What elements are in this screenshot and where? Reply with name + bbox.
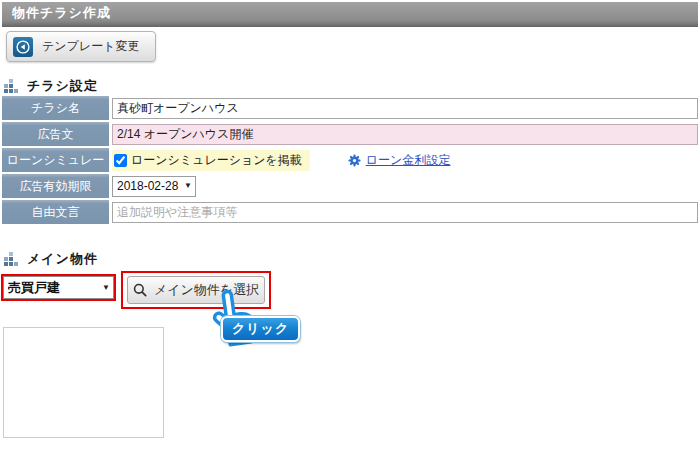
flyer-name-input[interactable] xyxy=(112,98,698,119)
table-row-ad-text: 広告文 xyxy=(2,122,698,146)
click-callout-badge: クリック xyxy=(221,316,300,342)
loan-simulation-checkbox-group: ローンシミュレーションを掲載 xyxy=(112,150,310,171)
main-property-title: メイン物件 xyxy=(27,250,98,268)
template-change-label: テンプレート変更 xyxy=(42,38,139,55)
free-text-input[interactable] xyxy=(112,202,698,223)
main-property-header: メイン物件 xyxy=(4,250,98,268)
ad-expiry-select[interactable]: 2018-02-28 xyxy=(112,176,196,197)
loan-simulation-checkbox-label: ローンシミュレーションを掲載 xyxy=(131,152,302,169)
ad-expiry-label: 広告有効期限 xyxy=(2,174,109,198)
property-type-highlight: 売買戸建 ▼ xyxy=(1,274,116,301)
table-row-loan-simulation: ローンシミュレーション ローンシミュレーションを掲載 xyxy=(2,148,698,172)
free-text-label: 自由文言 xyxy=(2,200,109,224)
flyer-settings-header: チラシ設定 xyxy=(4,77,98,95)
section-blocks-icon xyxy=(4,252,20,266)
flyer-name-label: チラシ名 xyxy=(2,96,109,120)
ad-text-input[interactable] xyxy=(112,124,698,145)
table-row-free-text: 自由文言 xyxy=(2,200,698,224)
loan-simulation-checkbox[interactable] xyxy=(114,154,127,167)
loan-simulation-label: ローンシミュレーション xyxy=(2,148,109,172)
property-preview-box xyxy=(3,327,164,438)
gear-icon xyxy=(348,154,361,167)
table-row-ad-expiry: 広告有効期限 2018-02-28 ▼ xyxy=(2,174,698,198)
flyer-settings-table: チラシ名 広告文 ローンシミュレーション ローンシミュレーションを掲載 xyxy=(2,96,698,226)
table-row-flyer-name: チラシ名 xyxy=(2,96,698,120)
property-type-select[interactable]: 売買戸建 xyxy=(3,276,114,299)
loan-rate-settings-link[interactable]: ローン金利設定 xyxy=(366,152,451,169)
flyer-settings-title: チラシ設定 xyxy=(27,77,98,95)
flyer-creation-page: 物件チラシ作成 テンプレート変更 チラシ設定 チラシ名 xyxy=(0,0,700,449)
page-title: 物件チラシ作成 xyxy=(2,2,698,27)
search-icon xyxy=(133,283,147,297)
back-arrow-icon xyxy=(13,37,33,57)
section-blocks-icon xyxy=(4,79,20,93)
ad-text-label: 広告文 xyxy=(2,122,109,146)
template-change-button[interactable]: テンプレート変更 xyxy=(6,31,156,62)
